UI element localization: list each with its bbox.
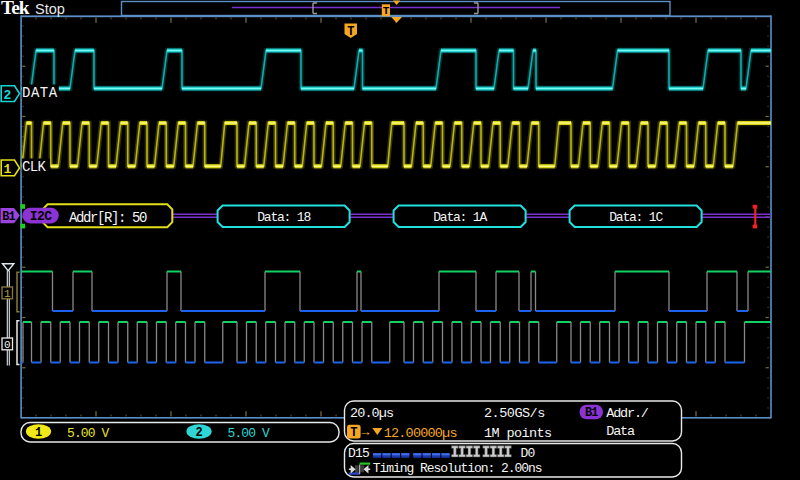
svg-text:T: T (347, 25, 354, 39)
svg-text:5.00 V: 5.00 V (67, 426, 110, 441)
svg-text:I2C: I2C (30, 209, 53, 224)
svg-text:DATA: DATA (22, 85, 58, 101)
svg-text:Stop: Stop (35, 1, 65, 17)
svg-text:Data: 1A: Data: 1A (433, 210, 487, 225)
svg-text:Data: 1C: Data: 1C (609, 210, 663, 225)
svg-text:20.0µs: 20.0µs (350, 406, 393, 421)
svg-text:Data: Data (606, 424, 635, 439)
svg-text:Timing Resolution: 2.00ns: Timing Resolution: 2.00ns (373, 461, 542, 476)
svg-text:CLK: CLK (22, 159, 46, 175)
svg-text:T: T (383, 5, 390, 17)
svg-text:D15: D15 (348, 446, 369, 461)
svg-text:Addr[R]: 50: Addr[R]: 50 (69, 210, 147, 226)
svg-text:Data: 18: Data: 18 (257, 210, 310, 225)
svg-text:1: 1 (4, 162, 12, 177)
svg-text:2: 2 (4, 88, 12, 103)
svg-text:5.00 V: 5.00 V (228, 426, 271, 441)
svg-text:2: 2 (195, 426, 202, 440)
svg-text:1M points: 1M points (484, 426, 552, 441)
svg-text:B1: B1 (2, 210, 15, 224)
svg-text:T: T (350, 426, 357, 440)
svg-text:0: 0 (4, 339, 11, 351)
svg-text:Addr./: Addr./ (606, 406, 649, 421)
svg-text:1: 1 (35, 426, 42, 440)
svg-text:1: 1 (4, 288, 11, 300)
svg-text:2.50GS/s: 2.50GS/s (484, 406, 545, 421)
svg-text:→: → (362, 425, 370, 440)
svg-text:B1: B1 (585, 406, 598, 420)
svg-text:12.00000µs: 12.00000µs (384, 426, 457, 441)
svg-text:Tek: Tek (1, 0, 30, 18)
svg-text:D0: D0 (521, 446, 535, 461)
